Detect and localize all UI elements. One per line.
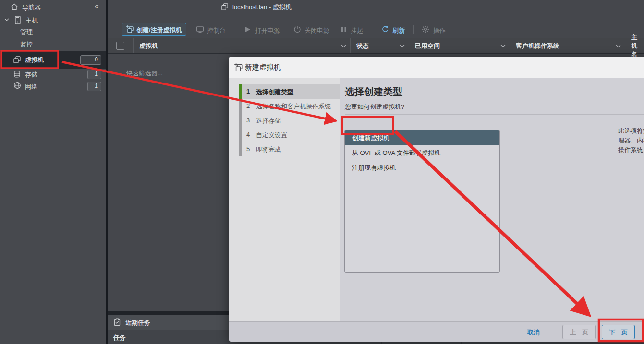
- dialog-title: 新建虚拟机: [245, 63, 281, 72]
- create-register-vm-button[interactable]: 创建/注册虚拟机: [122, 23, 186, 36]
- home-icon: [11, 3, 18, 11]
- power-off-icon: [293, 25, 301, 33]
- column-label: 虚拟机: [139, 42, 158, 50]
- network-count-badge: 1: [87, 82, 101, 91]
- vm-plus-icon: [125, 25, 134, 34]
- toolbar-separator: [413, 25, 414, 34]
- column-header-used-space[interactable]: 已用空间: [409, 38, 510, 53]
- option-description: 此选项将指导您完成创建新虚拟机的过程。您可以自定义处理器、内存、网络连接和存储。…: [618, 126, 644, 155]
- navigator-title: 导航器: [22, 3, 41, 12]
- wizard-steps-panel: 1 选择创建类型 2 选择名称和客户机操作系统 3 选择存储 4 自定义设置 5…: [229, 78, 340, 321]
- sidebar-item-label: 主机: [25, 16, 38, 25]
- option-register-existing-vm[interactable]: 注册现有虚拟机: [345, 160, 499, 175]
- storage-count-badge: 1: [87, 70, 101, 79]
- wizard-step-4[interactable]: 4 自定义设置: [239, 128, 340, 142]
- back-button[interactable]: 上一页: [562, 325, 596, 339]
- sidebar-item-network[interactable]: 网络 1: [0, 81, 106, 93]
- column-header-status[interactable]: 状态: [351, 38, 409, 53]
- option-deploy-ovf-ova[interactable]: 从 OVF 或 OVA 文件部署虚拟机: [345, 145, 499, 160]
- actions-button[interactable]: 操作: [433, 26, 446, 35]
- sidebar-item-virtual-machines[interactable]: 虚拟机 0: [0, 51, 106, 69]
- step-label: 选择创建类型: [256, 88, 293, 96]
- active-step-indicator: [239, 84, 242, 99]
- page-title: localhost.lan - 虚拟机: [232, 3, 292, 12]
- wizard-content-pane: 选择创建类型 您要如何创建虚拟机? 创建新虚拟机 从 OVF 或 OVA 文件部…: [340, 78, 644, 321]
- sidebar-item-label: 存储: [25, 71, 37, 79]
- vm-table-header: 虚拟机 状态 已用空间 客户机操作系统 主机名: [108, 38, 644, 54]
- new-vm-dialog: 新建虚拟机 1 选择创建类型 2 选择名称和客户机操作系统 3 选择存储 4 自…: [229, 57, 644, 341]
- chevron-down-icon[interactable]: [500, 44, 506, 48]
- suspend-button[interactable]: 挂起: [351, 26, 363, 35]
- network-icon: [13, 82, 21, 89]
- select-all-checkbox[interactable]: [116, 42, 124, 50]
- gear-icon: [422, 25, 429, 33]
- wizard-step-3[interactable]: 3 选择存储: [239, 113, 340, 128]
- step-label: 选择名称和客户机操作系统: [256, 102, 331, 111]
- sidebar-collapse-icon[interactable]: «: [95, 2, 99, 11]
- wizard-step-5[interactable]: 5 即将完成: [239, 142, 340, 156]
- sidebar-item-manage[interactable]: 管理: [0, 26, 106, 38]
- content-question: 您要如何创建虚拟机?: [345, 103, 404, 111]
- dialog-header: 新建虚拟机: [229, 57, 644, 78]
- suspend-icon: [341, 26, 347, 33]
- vm-count-badge: 0: [80, 55, 101, 65]
- creation-type-listbox: 创建新虚拟机 从 OVF 或 OVA 文件部署虚拟机 注册现有虚拟机: [344, 130, 500, 273]
- sidebar-item-label: 监控: [20, 40, 33, 49]
- toolbar-separator: [235, 25, 235, 34]
- option-create-new-vm[interactable]: 创建新虚拟机: [345, 130, 499, 145]
- task-column-label: 任务: [113, 333, 126, 342]
- column-label: 客户机操作系统: [516, 42, 559, 50]
- chevron-down-icon[interactable]: [400, 44, 405, 48]
- wizard-step-1[interactable]: 1 选择创建类型: [239, 84, 340, 99]
- create-register-vm-label: 创建/注册虚拟机: [136, 26, 182, 35]
- recent-tasks-title: 近期任务: [125, 319, 150, 327]
- step-number: 4: [246, 131, 250, 138]
- step-number: 5: [246, 145, 250, 153]
- clipboard-icon: [113, 318, 121, 326]
- column-label: 已用空间: [415, 42, 440, 50]
- step-number: 2: [246, 102, 250, 109]
- next-button[interactable]: 下一页: [602, 325, 635, 339]
- content-divider: [345, 114, 644, 115]
- vm-plus-icon: [233, 62, 243, 72]
- sidebar-item-monitor[interactable]: 监控: [0, 38, 106, 51]
- storage-icon: [13, 70, 21, 78]
- column-header-hostname[interactable]: 主机名: [625, 38, 644, 53]
- refresh-icon: [381, 25, 389, 34]
- toolbar-separator: [191, 25, 191, 34]
- navigator-sidebar: 导航器 « 主机 管理 监控 虚拟机 0: [0, 0, 106, 344]
- chevron-down-icon[interactable]: [616, 44, 621, 48]
- host-icon: [14, 16, 21, 24]
- column-label: 状态: [356, 42, 369, 50]
- esxi-host-client: 导航器 « 主机 管理 监控 虚拟机 0: [0, 0, 644, 344]
- quick-filter-input[interactable]: [122, 66, 239, 80]
- step-label: 自定义设置: [256, 131, 287, 140]
- select-all-cell: [108, 38, 134, 53]
- wizard-step-2[interactable]: 2 选择名称和客户机操作系统: [239, 99, 340, 113]
- column-label: 主机名: [631, 33, 640, 59]
- content-heading: 选择创建类型: [345, 85, 402, 98]
- cancel-button[interactable]: 取消: [527, 328, 540, 337]
- sidebar-item-storage[interactable]: 存储 1: [0, 69, 106, 81]
- step-label: 即将完成: [256, 145, 281, 154]
- page-titlebar: localhost.lan - 虚拟机: [108, 0, 644, 13]
- power-off-button[interactable]: 关闭电源: [304, 26, 329, 35]
- power-on-icon: [244, 26, 251, 33]
- chevron-down-icon[interactable]: [4, 17, 9, 22]
- sidebar-item-label: 网络: [25, 83, 37, 91]
- dialog-footer: 取消 上一页 下一页: [229, 321, 644, 342]
- column-header-guest-os[interactable]: 客户机操作系统: [510, 38, 625, 53]
- refresh-button[interactable]: 刷新: [392, 26, 405, 35]
- sidebar-item-host[interactable]: 主机: [0, 14, 106, 27]
- sidebar-item-label: 虚拟机: [25, 56, 44, 64]
- console-button[interactable]: 控制台: [207, 26, 226, 35]
- console-icon: [196, 25, 204, 34]
- power-on-button[interactable]: 打开电源: [255, 26, 280, 35]
- toolbar-separator: [371, 25, 371, 34]
- column-header-vm[interactable]: 虚拟机: [134, 38, 351, 53]
- chevron-down-icon[interactable]: [341, 44, 346, 48]
- step-label: 选择存储: [256, 117, 281, 125]
- navigator-header: 导航器 «: [0, 0, 106, 13]
- vm-icon: [13, 56, 21, 64]
- step-number: 1: [246, 88, 250, 95]
